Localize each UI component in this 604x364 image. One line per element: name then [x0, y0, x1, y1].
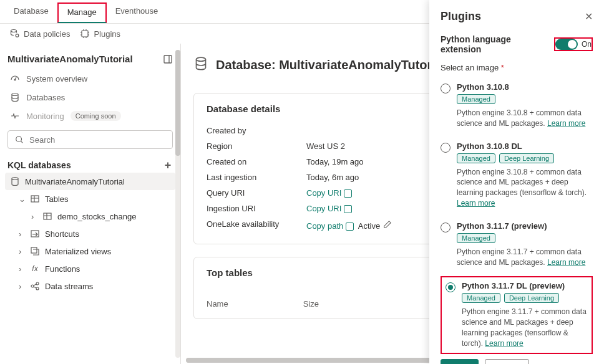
python-toggle[interactable] [555, 39, 578, 50]
tree-streams[interactable]: › Data streams [5, 277, 175, 295]
search-input[interactable] [29, 135, 166, 145]
python-toggle-row: Python language extension On [441, 34, 593, 54]
tree-db[interactable]: MultivariateAnomalyTutorial [5, 173, 175, 190]
search-icon [14, 135, 24, 145]
edit-icon[interactable] [382, 219, 392, 229]
expand-icon[interactable] [163, 54, 173, 64]
col-size: Size [303, 299, 319, 309]
radio-icon[interactable] [441, 84, 451, 93]
svg-rect-3 [164, 55, 172, 63]
done-button[interactable]: Done [441, 359, 479, 364]
svg-point-15 [197, 57, 206, 61]
select-image-label: Select an image * [441, 63, 593, 72]
layers-icon [30, 246, 40, 256]
copy-ingestion-uri[interactable]: Copy URI [306, 204, 341, 213]
table-icon [42, 211, 52, 221]
tab-eventhouse[interactable]: Eventhouse [107, 2, 167, 23]
tree-shortcuts[interactable]: › Shortcuts [5, 225, 175, 242]
learn-more-link[interactable]: Learn more [547, 119, 585, 128]
tab-manage[interactable]: Manage [57, 2, 107, 23]
copy-icon[interactable] [346, 223, 354, 231]
tree-label: demo_stocks_change [57, 212, 136, 221]
data-policies-label: Data policies [24, 29, 70, 39]
copy-query-uri[interactable]: Copy URI [306, 188, 341, 198]
tree-label: Tables [45, 194, 69, 204]
tree-tables[interactable]: ⌄ Tables [5, 190, 175, 208]
option-py3108dl[interactable]: Python 3.10.8 DL ManagedDeep Learning Py… [441, 138, 593, 218]
radio-icon[interactable] [441, 143, 451, 153]
sidebar-label: System overview [26, 74, 87, 84]
svg-rect-9 [44, 213, 51, 219]
chevron-down-icon: ⌄ [19, 194, 25, 204]
learn-more-link[interactable]: Learn more [485, 339, 523, 348]
panel-title: Plugins [441, 10, 481, 23]
chevron-right-icon: › [19, 247, 25, 256]
col-name: Name [207, 299, 228, 309]
radio-icon[interactable] [441, 223, 451, 232]
managed-pill: Managed [457, 94, 495, 104]
copy-icon[interactable] [344, 189, 352, 198]
plugins-label: Plugins [94, 29, 120, 39]
option-py3117[interactable]: Python 3.11.7 (preview) Managed Python e… [441, 218, 593, 277]
svg-rect-8 [31, 196, 39, 202]
sidebar-item-databases[interactable]: Databases [5, 88, 175, 107]
database-settings-icon [10, 29, 20, 39]
option-py3117dl[interactable]: Python 3.11.7 DL (preview) ManagedDeep L… [441, 276, 593, 353]
copy-path[interactable]: Copy path [306, 221, 343, 231]
tree-functions[interactable]: › fx Functions [5, 260, 175, 277]
dl-pill: Deep Learning [499, 153, 554, 163]
table-icon [30, 194, 40, 204]
copy-icon[interactable] [344, 205, 352, 213]
chevron-right-icon: › [19, 229, 25, 239]
toggle-state: On [582, 40, 592, 49]
shortcut-icon [30, 229, 40, 239]
plugin-icon [80, 29, 90, 39]
radio-icon[interactable] [446, 282, 455, 292]
learn-more-link[interactable]: Learn more [457, 199, 495, 208]
coming-soon-badge: Coming soon [71, 111, 121, 121]
tree-label: MultivariateAnomalyTutorial [25, 177, 125, 186]
sidebar-title-row: MultivariateAnomalyTutorial [5, 49, 175, 69]
learn-more-link[interactable]: Learn more [547, 258, 585, 267]
cancel-button[interactable]: Cancel [485, 359, 528, 364]
svg-point-1 [16, 34, 19, 37]
sidebar-scrollbar[interactable] [175, 50, 180, 358]
dl-pill: Deep Learning [504, 293, 559, 303]
toggle-label: Python language extension [441, 34, 554, 54]
database-icon [10, 92, 20, 102]
tree-demo-stocks[interactable]: › demo_stocks_change [5, 208, 175, 225]
sidebar-title: MultivariateAnomalyTutorial [7, 54, 133, 64]
tree-label: Functions [45, 264, 80, 274]
chevron-right-icon: › [19, 282, 25, 291]
sidebar-label: Databases [26, 93, 65, 102]
plugins-button[interactable]: Plugins [80, 29, 120, 39]
heartbeat-icon [10, 111, 20, 121]
managed-pill: Managed [457, 233, 495, 243]
managed-pill: Managed [462, 293, 500, 303]
tree-matviews[interactable]: › Materialized views [5, 242, 175, 260]
svg-point-0 [11, 30, 17, 32]
svg-point-13 [36, 282, 39, 285]
database-icon [10, 176, 20, 186]
option-py3108[interactable]: Python 3.10.8 Managed Python engine 3.10… [441, 79, 593, 138]
close-icon[interactable]: ✕ [585, 11, 593, 22]
managed-pill: Managed [457, 153, 495, 163]
stream-icon [30, 281, 40, 291]
chevron-right-icon: › [31, 212, 37, 221]
tree-label: Shortcuts [45, 229, 79, 239]
plus-icon[interactable]: + [163, 160, 173, 170]
function-icon: fx [30, 264, 40, 274]
tree-label: Materialized views [45, 247, 111, 256]
svg-point-7 [12, 178, 18, 180]
svg-rect-11 [31, 247, 37, 253]
tab-database[interactable]: Database [5, 2, 57, 23]
sidebar-item-monitoring: Monitoring Coming soon [5, 107, 175, 125]
chevron-right-icon: › [19, 264, 25, 274]
svg-point-6 [16, 136, 22, 142]
sidebar-item-system[interactable]: System overview [5, 69, 175, 88]
search-box[interactable] [7, 130, 173, 149]
data-policies-button[interactable]: Data policies [10, 29, 70, 39]
svg-rect-10 [31, 231, 39, 237]
plugins-panel: Plugins ✕ Python language extension On S… [429, 0, 604, 364]
svg-rect-2 [82, 31, 88, 37]
